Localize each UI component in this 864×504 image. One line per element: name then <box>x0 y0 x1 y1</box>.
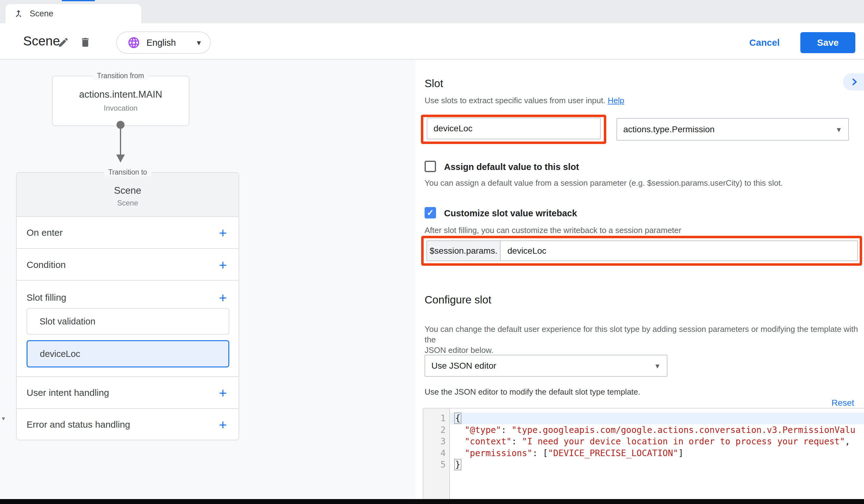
row-label-user-intent: User intent handling <box>27 387 109 398</box>
assign-default-label: Assign default value to this slot <box>444 162 579 172</box>
add-slot-button[interactable]: + <box>219 291 227 305</box>
configure-slot-title: Configure slot <box>424 293 491 306</box>
bottom-black-bar <box>0 499 864 504</box>
transition-from-title: actions.intent.MAIN <box>52 89 189 100</box>
language-label: English <box>146 38 176 48</box>
save-button[interactable]: Save <box>800 32 855 53</box>
writeback-value: deviceLoc <box>501 241 857 261</box>
json-editor[interactable]: 12345 { "@type": "type.googleapis.com/go… <box>423 408 864 499</box>
row-label-on-enter: On enter <box>27 227 63 238</box>
edit-scene-button[interactable] <box>58 36 69 48</box>
editor-mode-value: Use JSON editor <box>431 361 496 371</box>
transition-to-legend: Transition to <box>104 168 152 177</box>
transition-from-legend: Transition from <box>93 72 149 80</box>
merge-arrow-icon <box>14 9 23 19</box>
assign-default-checkbox[interactable] <box>424 161 436 172</box>
scene-card-title: Scene <box>17 185 239 196</box>
add-error-status-button[interactable]: + <box>219 418 227 432</box>
code-line: { <box>451 412 864 424</box>
transition-to-card: Scene Scene On enter + Condition + Slot … <box>16 172 239 440</box>
writeback-prefix: $session.params. <box>427 241 501 261</box>
row-label-slot-filling: Slot filling <box>27 292 66 303</box>
connector-arrowhead-icon <box>116 155 125 163</box>
add-condition-button[interactable]: + <box>219 258 227 272</box>
code-line: "@type": "type.googleapis.com/google.act… <box>451 424 864 436</box>
help-link[interactable]: Help <box>608 96 624 105</box>
add-user-intent-button[interactable]: + <box>219 386 227 400</box>
row-on-enter[interactable]: On enter + <box>17 217 239 249</box>
slot-help-text: Use slots to extract specific values fro… <box>424 96 624 105</box>
code-line: } <box>451 459 864 471</box>
gutter-line-number: 2 <box>423 424 446 436</box>
connector-line <box>120 125 121 156</box>
transition-from-subtitle: Invocation <box>52 104 189 112</box>
configure-slot-description: You can change the default user experien… <box>424 324 864 355</box>
row-condition[interactable]: Condition + <box>17 249 239 280</box>
tab-scene[interactable]: Scene <box>5 4 141 23</box>
writeback-input[interactable]: $session.params. deviceLoc <box>427 240 858 261</box>
delete-scene-button[interactable] <box>80 36 91 48</box>
tab-label: Scene <box>30 9 53 19</box>
chip-device-loc-label: deviceLoc <box>40 349 80 359</box>
row-slot-filling[interactable]: Slot filling + Slot validation deviceLoc <box>17 281 239 377</box>
trash-icon <box>80 44 91 49</box>
chevron-right-icon <box>850 77 859 86</box>
slot-name-value: deviceLoc <box>434 124 472 133</box>
reset-link[interactable]: Reset <box>803 398 854 408</box>
row-user-intent-handling[interactable]: User intent handling + <box>17 377 239 409</box>
row-error-status-handling[interactable]: Error and status handling + <box>17 409 239 440</box>
chip-device-loc[interactable]: deviceLoc <box>27 340 229 368</box>
slot-section-title: Slot <box>424 77 443 89</box>
slot-help-text-body: Use slots to extract specific values fro… <box>424 96 605 105</box>
gutter-line-number: 3 <box>423 436 446 447</box>
fold-toggle-icon[interactable]: ▾ <box>2 415 5 422</box>
collapse-panel-button[interactable] <box>843 73 864 91</box>
gutter-line-number: 5 <box>423 459 446 471</box>
connector-dot <box>117 121 124 129</box>
cancel-button[interactable]: Cancel <box>743 32 786 53</box>
page-title: Scene <box>23 23 60 59</box>
assign-default-description: You can assign a default value from a se… <box>424 178 783 188</box>
language-selector[interactable]: English ▾ <box>116 32 211 54</box>
row-label-error-status: Error and status handling <box>27 419 130 430</box>
pencil-icon <box>58 44 69 49</box>
json-editor-help-text: Use the JSON editor to modify the defaul… <box>424 387 640 397</box>
row-label-condition: Condition <box>27 260 66 270</box>
chip-slot-validation-label: Slot validation <box>39 316 95 327</box>
slot-type-select[interactable]: actions.type.Permission ▾ <box>616 118 849 141</box>
add-on-enter-button[interactable]: + <box>219 226 227 240</box>
slot-name-input[interactable]: deviceLoc <box>427 118 601 139</box>
scene-card-subtitle: Scene <box>17 199 239 207</box>
top-accent-strip <box>62 0 95 1</box>
gutter-line-number: 1 <box>423 412 446 424</box>
writeback-description: After slot filling, you can customize th… <box>424 226 681 235</box>
globe-icon <box>127 36 140 49</box>
editor-mode-select[interactable]: Use JSON editor ▾ <box>424 355 668 377</box>
chip-slot-validation[interactable]: Slot validation <box>27 308 229 335</box>
check-icon: ✓ <box>427 208 434 218</box>
caret-down-icon: ▾ <box>656 361 659 371</box>
caret-down-icon: ▾ <box>837 124 841 134</box>
configure-description-line2: JSON editor below. <box>424 345 864 355</box>
code-line: "context": "I need your device location … <box>451 436 864 447</box>
gutter-line-number: 4 <box>423 447 446 459</box>
code-line: "permissions": ["DEVICE_PRECISE_LOCATION… <box>451 447 864 459</box>
caret-down-icon: ▾ <box>197 38 201 48</box>
configure-description-line1: You can change the default user experien… <box>424 324 864 345</box>
slot-type-value: actions.type.Permission <box>623 124 715 134</box>
writeback-label: Customize slot value writeback <box>444 208 577 218</box>
transition-from-box[interactable] <box>52 76 189 126</box>
writeback-checkbox[interactable]: ✓ <box>424 207 436 218</box>
